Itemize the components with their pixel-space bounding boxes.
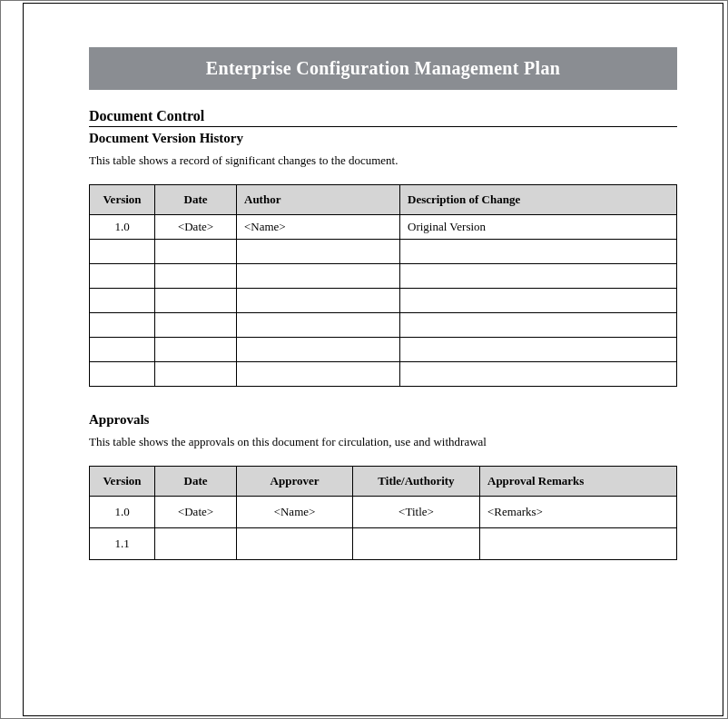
cell-desc <box>400 240 677 264</box>
page-content: Enterprise Configuration Management Plan… <box>23 3 723 716</box>
cell-date <box>155 528 237 560</box>
cell-date <box>155 362 237 387</box>
table-row <box>90 240 677 264</box>
table-row <box>90 264 677 289</box>
approvals-intro: This table shows the approvals on this d… <box>89 435 677 449</box>
col-header-desc: Description of Change <box>400 185 677 215</box>
cell-version <box>90 264 155 289</box>
cell-date <box>155 313 237 338</box>
table-row <box>90 313 677 338</box>
cell-author <box>237 264 400 289</box>
col-header-version: Version <box>90 185 155 215</box>
cell-date <box>155 338 237 362</box>
table-row: 1.1 <box>90 528 677 560</box>
cell-desc <box>400 313 677 338</box>
cell-version: 1.0 <box>90 497 155 528</box>
document-title-text: Enterprise Configuration Management Plan <box>206 58 560 78</box>
cell-author <box>237 313 400 338</box>
cell-remarks: <Remarks> <box>480 497 677 528</box>
cell-version <box>90 240 155 264</box>
col-header-approver: Approver <box>237 467 353 497</box>
cell-desc <box>400 264 677 289</box>
cell-desc <box>400 289 677 313</box>
cell-version <box>90 362 155 387</box>
version-history-intro: This table shows a record of significant… <box>89 153 677 168</box>
cell-author: <Name> <box>237 215 400 240</box>
table-header-row: Version Date Author Description of Chang… <box>90 185 677 215</box>
document-title-banner: Enterprise Configuration Management Plan <box>89 47 677 90</box>
cell-version: 1.1 <box>90 528 155 560</box>
subheading-version-history: Document Version History <box>89 131 677 146</box>
cell-version: 1.0 <box>90 215 155 240</box>
cell-author <box>237 289 400 313</box>
cell-desc: Original Version <box>400 215 677 240</box>
cell-date: <Date> <box>155 497 237 528</box>
table-row <box>90 289 677 313</box>
table-row: 1.0 <Date> <Name> <Title> <Remarks> <box>90 497 677 528</box>
col-header-title: Title/Authority <box>353 467 480 497</box>
col-header-remarks: Approval Remarks <box>480 467 677 497</box>
version-history-table: Version Date Author Description of Chang… <box>89 184 677 387</box>
cell-author <box>237 338 400 362</box>
cell-author <box>237 240 400 264</box>
table-header-row: Version Date Approver Title/Authority Ap… <box>90 467 677 497</box>
cell-version <box>90 289 155 313</box>
col-header-date: Date <box>155 467 237 497</box>
cell-desc <box>400 338 677 362</box>
cell-date: <Date> <box>155 215 237 240</box>
subheading-approvals: Approvals <box>89 412 677 428</box>
cell-approver <box>237 528 353 560</box>
page-frame: Enterprise Configuration Management Plan… <box>0 0 728 719</box>
cell-date <box>155 264 237 289</box>
cell-title <box>353 528 480 560</box>
col-header-author: Author <box>237 185 400 215</box>
cell-date <box>155 289 237 313</box>
cell-author <box>237 362 400 387</box>
table-row <box>90 338 677 362</box>
cell-approver: <Name> <box>237 497 353 528</box>
table-row: 1.0 <Date> <Name> Original Version <box>90 215 677 240</box>
col-header-version: Version <box>90 467 155 497</box>
table-row <box>90 362 677 387</box>
cell-version <box>90 313 155 338</box>
col-header-date: Date <box>155 185 237 215</box>
cell-remarks <box>480 528 677 560</box>
cell-date <box>155 240 237 264</box>
section-heading-document-control: Document Control <box>89 108 677 127</box>
cell-version <box>90 338 155 362</box>
cell-title: <Title> <box>353 497 480 528</box>
approvals-table: Version Date Approver Title/Authority Ap… <box>89 466 677 560</box>
cell-desc <box>400 362 677 387</box>
